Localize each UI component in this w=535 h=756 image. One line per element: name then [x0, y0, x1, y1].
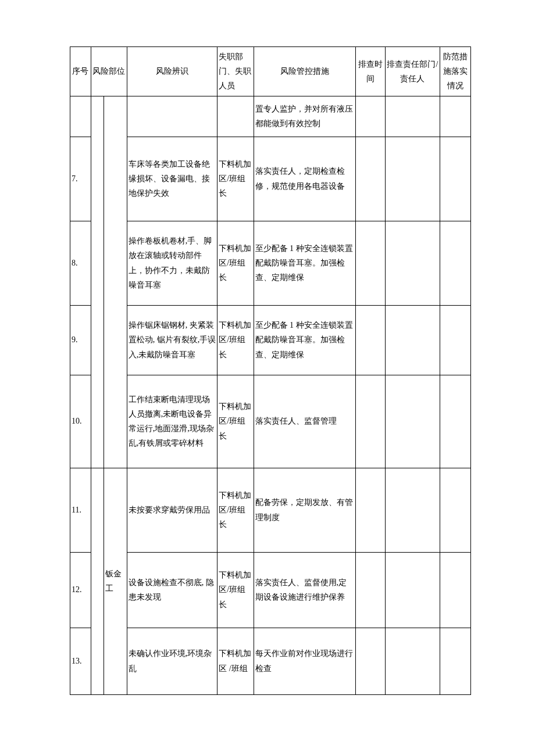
table-row: 置专人监护，并对所有液压都能做到有效控制 — [70, 96, 471, 137]
cell-time — [356, 137, 386, 221]
header-dept: 失职部门、失职人员 — [217, 47, 254, 96]
cell-dept: 下料机加 区 /班组 — [217, 628, 254, 694]
cell-ctrl: 至少配备 1 种安全连锁装置 配戴防噪音耳塞。加强检查、定期维保 — [254, 221, 356, 305]
cell-resp — [386, 137, 440, 221]
cell-dept: 下料机加区/班组长 — [217, 552, 254, 628]
cell-risk: 车床等各类加工设备绝缘损坏、设备漏电、接地保护失效 — [127, 137, 217, 221]
cell-ctrl: 落实责任人、监督管理 — [254, 375, 356, 468]
cell-dept: 下料机加区/班组长 — [217, 305, 254, 375]
cell-risk: 操作锯床锯钢材, 夹紧装置松动, 锯片有裂纹,手误入,未戴防噪音耳塞 — [127, 305, 217, 375]
cell-dept: 下料机加区/班组长 — [217, 221, 254, 305]
cell-dept: 下料机加区/班组长 — [217, 137, 254, 221]
table-row: 12. 设备设施检查不彻底, 隐患未发现 下料机加区/班组长 落实责任人、监督使… — [70, 552, 471, 628]
cell-risk: 工作结束断电清理现场人员撤离,未断电设备异常运行,地面湿滑,现场杂乱,有铁屑或零… — [127, 375, 217, 468]
cell-loc-a — [91, 96, 104, 468]
header-loc: 风险部位 — [91, 47, 127, 96]
cell-resp — [386, 552, 440, 628]
cell-stat — [440, 468, 470, 552]
header-resp: 排查责任部门/责任人 — [386, 47, 440, 96]
cell-time — [356, 552, 386, 628]
cell-time — [356, 375, 386, 468]
risk-table: 序号 风险部位 风险辨识 失职部门、失职人员 风险管控措施 排查时间 排查责任部… — [70, 46, 471, 695]
cell-loc-b — [104, 96, 127, 468]
cell-risk: 未确认作业环境,环境杂乱 — [127, 628, 217, 694]
cell-stat — [440, 96, 470, 137]
cell-risk: 操作卷板机卷材,手、脚放在滚轴或转动部件上，协作不力，未戴防噪音耳塞 — [127, 221, 217, 305]
cell-risk: 设备设施检查不彻底, 隐患未发现 — [127, 552, 217, 628]
table-row: 13. 未确认作业环境,环境杂乱 下料机加 区 /班组 每天作业前对作业现场进行… — [70, 628, 471, 694]
table-header-row: 序号 风险部位 风险辨识 失职部门、失职人员 风险管控措施 排查时间 排查责任部… — [70, 47, 471, 96]
cell-ctrl: 每天作业前对作业现场进行检查 — [254, 628, 356, 694]
header-time: 排查时间 — [356, 47, 386, 96]
cell-resp — [386, 468, 440, 552]
cell-stat — [440, 221, 470, 305]
cell-seq: 10. — [70, 375, 91, 468]
cell-resp — [386, 305, 440, 375]
cell-ctrl: 配备劳保，定期发放、有管理制度 — [254, 468, 356, 552]
cell-stat — [440, 137, 470, 221]
table-row: 10. 工作结束断电清理现场人员撤离,未断电设备异常运行,地面湿滑,现场杂乱,有… — [70, 375, 471, 468]
cell-seq: 11. — [70, 468, 91, 552]
cell-resp — [386, 221, 440, 305]
cell-seq: 8. — [70, 221, 91, 305]
cell-risk: 未按要求穿戴劳保用品 — [127, 468, 217, 552]
cell-risk — [127, 96, 217, 137]
cell-ctrl: 至少配备 1 种安全连锁装置 配戴防噪音耳塞。加强检查、定期维保 — [254, 305, 356, 375]
cell-time — [356, 468, 386, 552]
cell-stat — [440, 628, 470, 694]
cell-resp — [386, 628, 440, 694]
cell-time — [356, 628, 386, 694]
cell-seq: 12. — [70, 552, 91, 628]
document-page: 序号 风险部位 风险辨识 失职部门、失职人员 风险管控措施 排查时间 排查责任部… — [0, 0, 535, 756]
cell-seq: 7. — [70, 137, 91, 221]
cell-resp — [386, 375, 440, 468]
cell-seq: 13. — [70, 628, 91, 694]
cell-stat — [440, 552, 470, 628]
cell-ctrl: 置专人监护，并对所有液压都能做到有效控制 — [254, 96, 356, 137]
table-row: 8. 操作卷板机卷材,手、脚放在滚轴或转动部件上，协作不力，未戴防噪音耳塞 下料… — [70, 221, 471, 305]
cell-ctrl: 落实责任人，定期检查检修，规范使用各电器设备 — [254, 137, 356, 221]
cell-ctrl: 落实责任人、监督使用,定期设备设施进行维护保养 — [254, 552, 356, 628]
cell-dept: 下料机加区/班组长 — [217, 468, 254, 552]
cell-loc-b: 钣金工 — [104, 468, 127, 694]
cell-dept: 下料机加区/班组长 — [217, 375, 254, 468]
cell-seq: 9. — [70, 305, 91, 375]
cell-time — [356, 221, 386, 305]
cell-resp — [386, 96, 440, 137]
header-risk: 风险辨识 — [127, 47, 217, 96]
cell-time — [356, 305, 386, 375]
cell-time — [356, 96, 386, 137]
header-stat: 防范措施落实情况 — [440, 47, 470, 96]
table-row: 9. 操作锯床锯钢材, 夹紧装置松动, 锯片有裂纹,手误入,未戴防噪音耳塞 下料… — [70, 305, 471, 375]
cell-stat — [440, 375, 470, 468]
cell-stat — [440, 305, 470, 375]
table-row: 7. 车床等各类加工设备绝缘损坏、设备漏电、接地保护失效 下料机加区/班组长 落… — [70, 137, 471, 221]
header-ctrl: 风险管控措施 — [254, 47, 356, 96]
table-row: 11. 钣金工 未按要求穿戴劳保用品 下料机加区/班组长 配备劳保，定期发放、有… — [70, 468, 471, 552]
cell-dept — [217, 96, 254, 137]
cell-loc-a — [91, 468, 104, 694]
cell-seq — [70, 96, 91, 137]
header-seq: 序号 — [70, 47, 91, 96]
